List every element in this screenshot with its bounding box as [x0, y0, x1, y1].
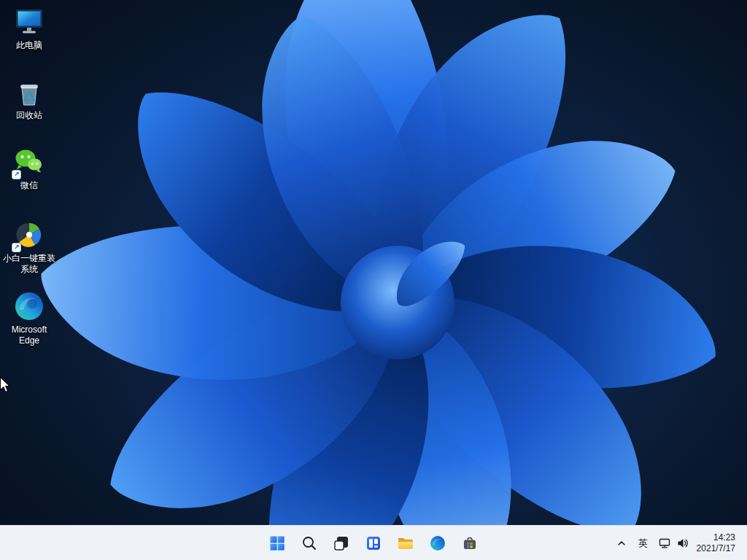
shortcut-arrow-badge: ↗: [12, 243, 21, 252]
tray-expand-button[interactable]: [611, 529, 632, 558]
network-icon: [659, 537, 670, 549]
network-volume-button[interactable]: [655, 529, 692, 558]
start-button[interactable]: [263, 529, 292, 558]
wallpaper-bloom: [0, 0, 747, 560]
search-icon: [301, 534, 318, 552]
edge-button[interactable]: [423, 529, 452, 558]
windows-logo-icon: [268, 534, 286, 552]
icon-label: Microsoft Edge: [1, 324, 57, 346]
taskbar-center-buttons: [263, 526, 484, 560]
widgets-button[interactable]: [359, 529, 388, 558]
desktop-icon-this-pc[interactable]: 此电脑: [1, 6, 57, 51]
clock[interactable]: 14:23 2021/7/17: [694, 529, 738, 558]
chevron-up-icon: [616, 537, 627, 549]
edge-icon: [429, 534, 446, 552]
language-indicator-button[interactable]: 英: [633, 529, 654, 558]
folder-icon: [397, 534, 414, 552]
desktop-icon-microsoft-edge[interactable]: Microsoft Edge: [1, 290, 57, 346]
desktop-icon-xiaobai-reinstall[interactable]: ↗ 小白一键重装系统: [1, 219, 57, 275]
time-text: 14:23: [697, 532, 735, 543]
windows-desktop[interactable]: 此电脑 回收站: [0, 0, 747, 560]
desktop-icon-recycle-bin[interactable]: 回收站: [1, 76, 57, 121]
icon-label: 微信: [20, 180, 38, 191]
icon-label: 回收站: [16, 110, 42, 121]
store-bag-icon: [461, 534, 479, 552]
system-tray: 英 14:23 2021/7/17: [611, 526, 747, 560]
widgets-icon: [365, 534, 382, 552]
microsoft-store-button[interactable]: [455, 529, 484, 558]
language-indicator: 英: [638, 537, 648, 550]
task-view-icon: [333, 534, 350, 552]
recycle-bin-icon: [13, 76, 45, 108]
edge-icon: [13, 290, 45, 322]
taskbar: 英 14:23 2021/7/17: [0, 525, 747, 560]
file-explorer-button[interactable]: [391, 529, 420, 558]
this-pc-icon: [13, 6, 45, 38]
date-text: 2021/7/17: [697, 543, 735, 554]
icon-label: 此电脑: [16, 40, 42, 51]
icon-label: 小白一键重装系统: [1, 253, 57, 275]
task-view-button[interactable]: [327, 529, 356, 558]
desktop-icon-list: 此电脑 回收站: [1, 6, 57, 516]
wechat-icon: ↗: [13, 146, 45, 178]
volume-icon: [677, 537, 689, 549]
shortcut-arrow-badge: ↗: [12, 170, 21, 179]
desktop-icon-wechat[interactable]: ↗ 微信: [1, 146, 57, 191]
xiaobai-pinwheel-icon: ↗: [13, 219, 45, 251]
search-button[interactable]: [295, 529, 324, 558]
